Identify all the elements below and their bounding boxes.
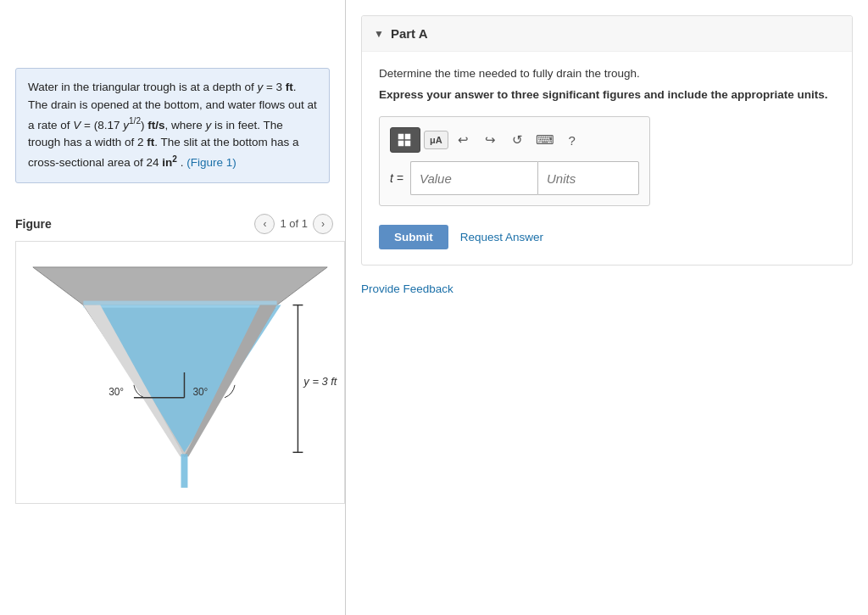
answer-container: μΑ ↩ ↪ ↺ ⌨ ? t = xyxy=(379,116,650,206)
matrix-icon xyxy=(398,133,413,147)
value-input[interactable] xyxy=(410,161,537,195)
figure-section: Figure ‹ 1 of 1 › xyxy=(0,214,345,615)
svg-text:30°: 30° xyxy=(108,385,124,397)
figure-prev-button[interactable]: ‹ xyxy=(254,214,275,234)
part-a-header: ▼ Part A xyxy=(362,16,852,52)
figure-next-button[interactable]: › xyxy=(313,214,333,234)
left-panel: Water in the triangular trough is at a d… xyxy=(0,0,346,615)
submit-button[interactable]: Submit xyxy=(379,225,448,249)
figure-link[interactable]: (Figure 1) xyxy=(186,156,236,169)
request-answer-link[interactable]: Request Answer xyxy=(460,231,543,243)
redo-button[interactable]: ↪ xyxy=(479,128,503,152)
svg-rect-6 xyxy=(181,454,187,488)
part-a-title: Part A xyxy=(391,26,428,41)
matrix-button[interactable] xyxy=(390,127,420,153)
right-panel: ▼ Part A Determine the time needed to fu… xyxy=(346,0,868,615)
figure-title: Figure xyxy=(15,217,254,231)
collapse-arrow[interactable]: ▼ xyxy=(374,28,384,40)
figure-image-area: y = 3 ft 30° 30° xyxy=(15,241,345,504)
input-row: t = xyxy=(390,161,639,195)
mu-button[interactable]: μΑ xyxy=(424,131,448,149)
reset-button[interactable]: ↺ xyxy=(506,128,530,152)
svg-marker-0 xyxy=(33,267,327,305)
svg-text:30°: 30° xyxy=(192,385,208,397)
action-row: Submit Request Answer xyxy=(379,225,835,249)
keyboard-button[interactable]: ⌨ xyxy=(533,128,557,152)
figure-nav: ‹ 1 of 1 › xyxy=(254,214,333,234)
svg-rect-3 xyxy=(83,300,276,307)
svg-rect-15 xyxy=(398,134,403,139)
figure-header: Figure ‹ 1 of 1 › xyxy=(0,214,345,241)
question-text: Determine the time needed to fully drain… xyxy=(379,67,835,80)
svg-rect-16 xyxy=(405,134,410,139)
t-label: t = xyxy=(390,171,403,185)
units-input[interactable] xyxy=(537,161,639,195)
part-a-body: Determine the time needed to fully drain… xyxy=(362,52,852,265)
svg-text:y = 3 ft: y = 3 ft xyxy=(303,374,337,387)
undo-button[interactable]: ↩ xyxy=(452,128,476,152)
trough-figure-svg: y = 3 ft 30° 30° xyxy=(16,242,344,503)
help-button[interactable]: ? xyxy=(560,128,584,152)
question-instruction: Express your answer to three significant… xyxy=(379,88,835,101)
svg-rect-17 xyxy=(398,141,403,146)
part-a-section: ▼ Part A Determine the time needed to fu… xyxy=(361,15,853,266)
svg-rect-18 xyxy=(405,141,410,146)
figure-counter: 1 of 1 xyxy=(280,217,308,230)
problem-text-box: Water in the triangular trough is at a d… xyxy=(15,68,330,183)
answer-toolbar: μΑ ↩ ↪ ↺ ⌨ ? xyxy=(390,127,639,153)
provide-feedback-link[interactable]: Provide Feedback xyxy=(361,282,853,295)
